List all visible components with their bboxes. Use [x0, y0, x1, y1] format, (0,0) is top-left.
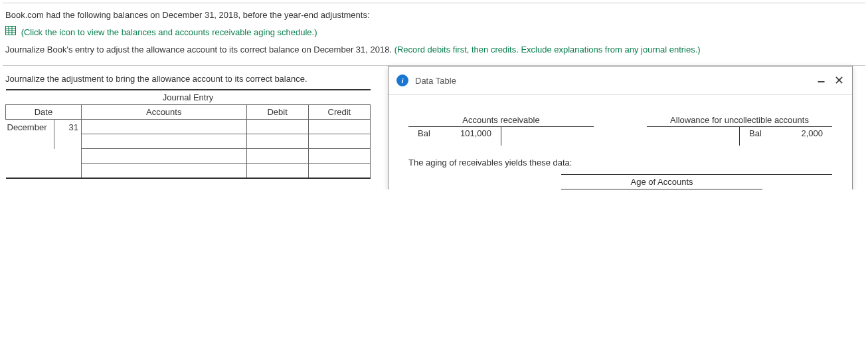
info-icon: i: [396, 74, 408, 86]
journal-title: Journal Entry: [6, 90, 371, 105]
t-account-allowance: Allowance for uncollectible accounts Bal…: [647, 115, 832, 146]
accounts-input-1[interactable]: [81, 120, 246, 134]
date-day: 31: [54, 120, 81, 134]
debit-input-2[interactable]: [246, 134, 308, 149]
debit-input-4[interactable]: [246, 164, 308, 178]
aging-note: The aging of receivables yields these da…: [408, 158, 832, 168]
prompt-line-1: Book.com had the following balances on D…: [5, 9, 863, 22]
instruction-2: Journalize the adjustment to bring the a…: [5, 74, 371, 84]
link-text: (Click the icon to view the balances and…: [21, 27, 317, 37]
accounts-input-3[interactable]: [81, 149, 246, 164]
view-schedule-link[interactable]: (Click the icon to view the balances and…: [5, 26, 863, 39]
data-table-modal: i Data Table – ✕ Accounts receivable Bal…: [388, 66, 853, 189]
aging-table: Age of Accounts 1–30 31–60 61–90 Over 90…: [408, 174, 832, 189]
col-accounts: Accounts: [81, 105, 246, 120]
close-button[interactable]: ✕: [834, 73, 844, 88]
age-header: Age of Accounts: [561, 175, 762, 189]
spreadsheet-icon: [5, 26, 16, 39]
accounts-input-4[interactable]: [81, 164, 246, 178]
problem-header: Book.com had the following balances on D…: [3, 3, 865, 66]
col-credit: Credit: [308, 105, 370, 120]
minimize-button[interactable]: –: [818, 77, 825, 84]
modal-title: Data Table: [415, 76, 818, 86]
debit-input-1[interactable]: [246, 120, 308, 134]
t-account-ar: Accounts receivable Bal101,000: [408, 115, 594, 146]
date-month: December: [6, 120, 54, 134]
credit-input-2[interactable]: [308, 134, 370, 149]
prompt-line-3: Journalize Book's entry to adjust the al…: [5, 43, 863, 57]
credit-input-1[interactable]: [308, 120, 370, 134]
journal-entry-table: Journal Entry Date Accounts Debit Credit…: [5, 89, 371, 179]
credit-input-4[interactable]: [308, 164, 370, 178]
accounts-input-2[interactable]: [81, 134, 246, 149]
col-debit: Debit: [246, 105, 308, 120]
debit-input-3[interactable]: [246, 149, 308, 164]
credit-input-3[interactable]: [308, 149, 370, 164]
col-date: Date: [6, 105, 82, 120]
